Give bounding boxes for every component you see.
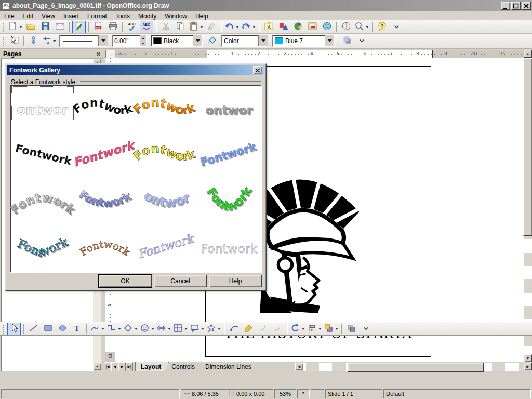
fontwork-style-outline-gray[interactable]: Fontwork: [198, 225, 260, 271]
previous-page-icon[interactable]: ◀: [111, 362, 118, 371]
document-as-email-button[interactable]: [53, 21, 66, 33]
fontwork-style-arch-blue[interactable]: Fontwork: [74, 179, 136, 225]
tab-layout[interactable]: Layout: [135, 362, 169, 371]
close-button[interactable]: [522, 2, 531, 10]
shadow-button[interactable]: [340, 35, 354, 47]
scroll-thumb[interactable]: [523, 58, 532, 236]
tab-dimension-lines[interactable]: Dimension Lines: [200, 362, 259, 371]
fontwork-style-wave-black[interactable]: Fontwork: [74, 86, 136, 132]
horizontal-ruler[interactable]: 3211234567891011: [115, 50, 524, 58]
basic-shapes-button[interactable]: [123, 323, 138, 335]
points-button[interactable]: [227, 323, 241, 335]
line-width-field[interactable]: ▲▼: [112, 35, 147, 47]
dropdown-arrow-icon[interactable]: [335, 328, 338, 330]
block-arrows-button[interactable]: [156, 323, 171, 335]
hyperlink-button[interactable]: [320, 21, 334, 33]
menu-format[interactable]: Format: [83, 12, 111, 20]
from-file-button[interactable]: [305, 21, 319, 33]
interaction-button[interactable]: [271, 323, 284, 335]
dialog-title-bar[interactable]: Fontwork Gallery: [7, 65, 264, 75]
dropdown-arrow-icon[interactable]: [118, 328, 121, 330]
arrow-style-button[interactable]: a: [41, 35, 57, 47]
clone-formatting-button[interactable]: [205, 21, 218, 33]
dropdown-arrow-icon[interactable]: [366, 26, 369, 28]
first-page-icon[interactable]: |◀: [104, 362, 111, 371]
dropdown-arrow-icon[interactable]: [168, 328, 171, 330]
edit-file-button[interactable]: [72, 21, 86, 33]
scroll-left-icon[interactable]: ◀: [295, 363, 303, 370]
dropdown-arrow-icon[interactable]: [302, 328, 305, 330]
toolbar-grip[interactable]: [2, 22, 5, 32]
scroll-down-icon[interactable]: ▼: [524, 354, 532, 362]
zoom-button[interactable]: [354, 21, 369, 33]
fontwork-style-u-green[interactable]: Fontwork: [198, 179, 260, 225]
arrange-button[interactable]: [323, 323, 339, 335]
scroll-down-icon[interactable]: ▼: [93, 363, 101, 370]
fontwork-style-rise-blue[interactable]: Fontwork: [198, 132, 260, 179]
rotate-button[interactable]: [290, 323, 305, 335]
line-width-spinner[interactable]: ▲▼: [140, 35, 146, 46]
dropdown-arrow-icon[interactable]: [236, 26, 239, 28]
tab-controls[interactable]: Controls: [166, 362, 203, 371]
fontwork-style-fan-lavender[interactable]: Fontwork: [136, 225, 198, 271]
minimize-button[interactable]: [501, 2, 510, 10]
ok-button[interactable]: OK: [99, 275, 152, 287]
menu-file[interactable]: File: [0, 12, 18, 20]
animation-button[interactable]: [256, 323, 270, 335]
canvas-vertical-scrollbar[interactable]: ▲ ▼: [524, 50, 532, 362]
fill-color-dropdown[interactable]: [325, 35, 334, 46]
dialog-close-button[interactable]: [253, 66, 262, 74]
scroll-up-icon[interactable]: ▲: [524, 50, 532, 58]
save-button[interactable]: [38, 21, 52, 33]
navigator-button[interactable]: [339, 21, 353, 33]
fontwork-style-arch-copper[interactable]: Fontwork: [74, 225, 136, 271]
toolbar-grip[interactable]: [2, 324, 5, 334]
menu-help[interactable]: Help: [191, 12, 212, 20]
text-box-button[interactable]: A: [262, 21, 275, 33]
fill-button[interactable]: [205, 35, 219, 47]
toolbar-options-button[interactable]: [390, 21, 403, 33]
toolbar-grip[interactable]: [2, 36, 5, 46]
fontwork-style-wave-yellow[interactable]: Fontwork: [136, 132, 198, 179]
callouts-button[interactable]: [189, 323, 205, 335]
line-color-dropdown[interactable]: [193, 35, 202, 46]
fontwork-style-arch-periwinkle[interactable]: Fontwork: [136, 179, 198, 225]
export-as-pdf-button[interactable]: PDF: [91, 21, 105, 33]
next-page-icon[interactable]: ▶: [118, 362, 126, 371]
menu-insert[interactable]: Insert: [59, 12, 83, 20]
dropdown-arrow-icon[interactable]: [218, 328, 221, 330]
canvas-horizontal-scrollbar[interactable]: ◀ ▶: [295, 363, 532, 371]
maximize-button[interactable]: [511, 2, 521, 10]
fontwork-style-slant-black[interactable]: Fontwork: [11, 132, 74, 179]
auto-spellcheck-button[interactable]: ABC: [140, 21, 153, 33]
symbol-shapes-button[interactable]: [139, 323, 155, 335]
toolbar-options-button[interactable]: [359, 323, 373, 335]
dropdown-arrow-icon[interactable]: [101, 328, 104, 330]
last-page-icon[interactable]: ▶|: [126, 362, 133, 371]
paste-button[interactable]: [188, 21, 204, 33]
spellcheck-button[interactable]: ABC: [125, 21, 139, 33]
fill-style-select[interactable]: Color: [221, 35, 268, 47]
dropdown-arrow-icon[interactable]: [53, 40, 56, 42]
connector-button[interactable]: [106, 323, 122, 335]
fontwork-style-arch-silver[interactable]: Fontwork: [11, 179, 74, 225]
fill-style-dropdown[interactable]: [258, 35, 268, 46]
chart-button[interactable]: [291, 21, 304, 33]
page-style[interactable]: Default: [383, 389, 531, 398]
menu-edit[interactable]: Edit: [18, 12, 37, 20]
help-button[interactable]: ?: [375, 21, 389, 33]
dropdown-arrow-icon[interactable]: [184, 328, 188, 330]
menu-view[interactable]: View: [37, 12, 59, 20]
undo-button[interactable]: [224, 21, 240, 33]
curve-button[interactable]: [89, 323, 105, 335]
rectangle-button[interactable]: [41, 323, 55, 335]
zoom-level[interactable]: 53%: [274, 389, 296, 398]
dropdown-arrow-icon[interactable]: [151, 328, 154, 330]
new-button[interactable]: [7, 21, 23, 33]
line-width-input[interactable]: [113, 37, 140, 45]
text-button[interactable]: T: [70, 323, 84, 335]
redo-button[interactable]: [241, 21, 256, 33]
stars-button[interactable]: [206, 323, 221, 335]
fontwork-style-chevron-teal[interactable]: Fontwork: [11, 225, 74, 271]
toolbar-options-button[interactable]: [355, 35, 368, 47]
